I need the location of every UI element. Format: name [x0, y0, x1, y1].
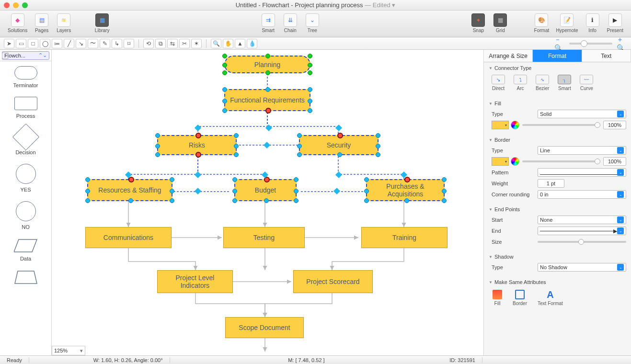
fill-color-wheel[interactable]	[511, 121, 519, 129]
make-same-border[interactable]: Border	[513, 290, 527, 306]
format-button[interactable]: 🎨Format	[531, 12, 552, 34]
no-shape[interactable]	[16, 201, 36, 221]
node-testing[interactable]: Testing	[223, 227, 305, 248]
connector-bezier[interactable]: ∿Bezier	[536, 75, 549, 91]
connector-type-title: Connector Type	[489, 65, 626, 71]
library-icon: ▦	[100, 17, 105, 23]
border-opacity-field[interactable]: 100%	[603, 157, 626, 166]
zoom-field[interactable]: 125%▾	[52, 346, 85, 355]
node-purchases[interactable]: Purchases & Acquisitions	[366, 179, 445, 201]
pointer-tool[interactable]: ➤	[4, 39, 14, 48]
node-training[interactable]: Training	[361, 227, 447, 248]
zoom-tool[interactable]: 🔍	[211, 39, 221, 48]
ellipse-tool[interactable]: ◯	[40, 39, 50, 48]
connector-curve[interactable]: 〰Curve	[580, 75, 593, 91]
solutions-icon: ◆	[15, 17, 20, 23]
node-planning[interactable]: Planning	[224, 56, 310, 73]
snap-button[interactable]: ⌖Snap	[468, 12, 489, 34]
align-tool[interactable]: ⇆	[167, 39, 178, 48]
node-functional[interactable]: Functional Requirements	[224, 89, 310, 111]
size-slider[interactable]	[538, 241, 626, 243]
text-tool[interactable]: ≔	[52, 39, 62, 48]
connector-direct[interactable]: ↘Direct	[492, 75, 505, 91]
node-security[interactable]: Security	[299, 135, 379, 155]
library-selector[interactable]: Flowch...⌃⌄	[2, 51, 49, 60]
weight-field[interactable]: 1 pt	[538, 179, 564, 188]
fill-color-swatch[interactable]	[492, 121, 509, 129]
grid-button[interactable]: ▦Grid	[490, 12, 511, 34]
smart-button[interactable]: ⇉Smart	[258, 12, 279, 34]
node-scope[interactable]: Scope Document	[225, 317, 304, 338]
hypernote-button[interactable]: 📝Hypernote	[553, 12, 581, 34]
node-communications[interactable]: Communications	[85, 227, 172, 248]
canvas[interactable]: Planning Functional Requirements Risks S…	[52, 50, 483, 355]
edited-indicator: — Edited ▾	[363, 1, 396, 9]
border-color-swatch[interactable]	[492, 157, 509, 166]
arrow-tool[interactable]: ↘	[76, 39, 86, 48]
no-label: NO	[22, 224, 30, 230]
status-dims: W: 1.60, H: 0.26, Angle: 0.00°	[87, 357, 170, 363]
pattern-select[interactable]: ⌄	[538, 168, 626, 177]
line-tool[interactable]: ╱	[64, 39, 74, 48]
terminator-shape[interactable]	[14, 66, 37, 80]
node-indicators[interactable]: Project Level Indicators	[157, 270, 233, 293]
border-opacity-slider[interactable]	[522, 160, 600, 162]
spline-tool[interactable]: 〜	[88, 39, 98, 48]
join-tool[interactable]: ✶	[191, 39, 202, 48]
tree-button[interactable]: ⌄Tree	[302, 12, 323, 34]
select-rect-tool[interactable]: ▭	[16, 39, 26, 48]
decision-shape[interactable]	[12, 124, 39, 151]
stamp-tool[interactable]: ▲	[235, 39, 245, 48]
start-select[interactable]: None⌄	[538, 216, 626, 224]
node-resources[interactable]: Resources & Staffing	[87, 179, 172, 201]
connector-smart[interactable]: ┐Smart	[558, 75, 571, 91]
border-color-wheel[interactable]	[511, 157, 519, 166]
zoom-slider[interactable]	[569, 43, 612, 45]
node-budget[interactable]: Budget	[234, 179, 297, 201]
break-tool[interactable]: ✂	[179, 39, 190, 48]
data-shape[interactable]	[14, 239, 38, 253]
svg-marker-0	[14, 239, 37, 252]
rect-shape-tool[interactable]: □	[28, 39, 38, 48]
section-connector-type: Connector Type ↘Direct ⤵Arc ∿Bezier ┐Sma…	[484, 62, 631, 98]
border-type-select[interactable]: Line⌄	[538, 146, 626, 155]
sidebar-forward-button[interactable]: ›	[2, 52, 9, 59]
zoom-in-button[interactable]: ＋🔍	[617, 39, 627, 48]
grid-icon: ▦	[498, 17, 503, 23]
present-button[interactable]: ▶Present	[604, 12, 626, 34]
corner-select[interactable]: 0 in⌄	[538, 190, 626, 199]
tab-arrange[interactable]: Arrange & Size	[484, 50, 533, 62]
pen-tool[interactable]: ✎	[100, 39, 110, 48]
process-shape[interactable]	[14, 97, 37, 110]
pan-tool[interactable]: ✋	[223, 39, 233, 48]
make-same-fill[interactable]: Fill	[493, 290, 502, 306]
make-same-text[interactable]: AText Format	[538, 290, 563, 306]
solutions-button[interactable]: ◆Solutions	[5, 12, 30, 34]
eyedropper-tool[interactable]: 💧	[247, 39, 257, 48]
size-label: Size	[489, 239, 535, 245]
layers-button[interactable]: ≋Layers	[53, 12, 74, 34]
zoom-out-button[interactable]: －🔍	[554, 39, 565, 48]
panel-tabs: Arrange & Size Format Text	[484, 50, 631, 62]
node-scorecard[interactable]: Project Scorecard	[293, 270, 373, 293]
group-tool[interactable]: ⧉	[155, 39, 166, 48]
crop-tool[interactable]: ⌑	[124, 39, 134, 48]
border-title: Border	[489, 137, 626, 143]
node-risks[interactable]: Risks	[157, 135, 237, 155]
tab-format[interactable]: Format	[533, 50, 582, 62]
pages-button[interactable]: ▤Pages	[31, 12, 52, 34]
library-button[interactable]: ▦Library	[92, 12, 113, 34]
edit-nodes-tool[interactable]: ⟲	[143, 39, 154, 48]
chain-button[interactable]: ⇊Chain	[280, 12, 301, 34]
end-select[interactable]: ▶⌄	[538, 227, 626, 235]
fill-opacity-field[interactable]: 100%	[603, 121, 626, 129]
shadow-select[interactable]: No Shadow⌄	[538, 263, 626, 272]
connector-tool[interactable]: ↳	[112, 39, 122, 48]
fill-opacity-slider[interactable]	[522, 124, 600, 126]
tab-text[interactable]: Text	[582, 50, 631, 62]
trapezoid-shape[interactable]	[14, 270, 38, 284]
fill-type-select[interactable]: Solid⌄	[538, 110, 626, 118]
yes-shape[interactable]	[16, 164, 36, 184]
info-button[interactable]: ℹInfo	[582, 12, 603, 34]
connector-arc[interactable]: ⤵Arc	[514, 75, 527, 91]
